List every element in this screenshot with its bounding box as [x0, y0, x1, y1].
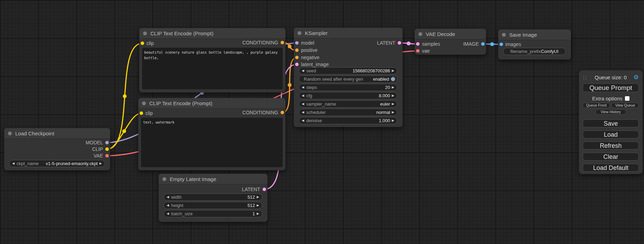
- node-title-bar[interactable]: Save Image: [498, 29, 571, 40]
- collapse-dot[interactable]: [162, 177, 166, 181]
- input-slot-latent_image[interactable]: latent_image: [295, 62, 329, 67]
- output-slot-latent[interactable]: LATENT: [377, 40, 401, 45]
- slot-dot[interactable]: [263, 188, 266, 191]
- slot-dot[interactable]: [281, 111, 284, 114]
- input-slot-clip[interactable]: clip: [140, 111, 153, 116]
- input-slot-positive[interactable]: positive: [295, 48, 317, 53]
- widget-value[interactable]: enabled: [373, 76, 389, 82]
- save-button[interactable]: Save: [583, 119, 639, 127]
- increment-arrow-icon[interactable]: ▶: [392, 102, 394, 106]
- decrement-arrow-icon[interactable]: ◀: [302, 102, 304, 106]
- widget-denoise[interactable]: ◀denoise1.000▶: [299, 117, 397, 124]
- output-slot-conditioning[interactable]: CONDITIONING: [242, 40, 284, 45]
- increment-arrow-icon[interactable]: ▶: [257, 196, 259, 199]
- input-slot-images[interactable]: images: [500, 42, 521, 47]
- node-title-bar[interactable]: KSampler: [294, 28, 403, 38]
- extra-options-checkbox[interactable]: [625, 96, 629, 101]
- decrement-arrow-icon[interactable]: ◀: [302, 119, 304, 122]
- input-slot-clip[interactable]: clip: [141, 41, 154, 46]
- slot-dot[interactable]: [398, 41, 401, 45]
- slot-dot[interactable]: [105, 141, 109, 144]
- widget-batch-size[interactable]: ◀batch_size1▶: [164, 210, 262, 217]
- widget-Random seed after every gen[interactable]: Random seed after every genenabled: [299, 75, 397, 83]
- increment-arrow-icon[interactable]: ▶: [257, 204, 259, 207]
- refresh-button[interactable]: Refresh: [583, 142, 639, 150]
- input-slot-samples[interactable]: samples: [416, 42, 440, 46]
- queue-prompt-button[interactable]: Queue Prompt: [583, 83, 639, 92]
- output-slot-clip[interactable]: CLIP: [92, 147, 109, 152]
- decrement-arrow-icon[interactable]: ◀: [302, 111, 304, 114]
- collapse-dot[interactable]: [298, 31, 301, 35]
- widget-cfg[interactable]: ◀cfg8.000▶: [299, 92, 397, 99]
- slot-dot[interactable]: [140, 111, 143, 115]
- node-load-checkpoint[interactable]: Load CheckpointMODELCLIPVAE◀ckpt_namev1-…: [4, 128, 110, 170]
- queue-front-button[interactable]: Queue Front: [583, 103, 610, 108]
- decrement-arrow-icon[interactable]: ◀: [167, 212, 169, 215]
- output-slot-image[interactable]: IMAGE: [463, 42, 485, 46]
- widget-value[interactable]: 156680208700286: [353, 68, 390, 73]
- decrement-arrow-icon[interactable]: ◀: [302, 86, 304, 89]
- node-clip-encode-positive[interactable]: CLIP Text Encode (Prompt)clipCONDITIONIN…: [139, 28, 285, 92]
- increment-arrow-icon[interactable]: ▶: [392, 69, 394, 72]
- input-slot-model[interactable]: model: [295, 40, 314, 45]
- collapse-dot[interactable]: [418, 32, 422, 36]
- node-vae-decode[interactable]: VAE DecodesamplesvaeIMAGE: [415, 29, 486, 55]
- slot-dot[interactable]: [500, 43, 503, 46]
- collapse-dot[interactable]: [502, 33, 506, 37]
- widget-value[interactable]: v1-5-pruned-emaonly.ckpt: [46, 161, 98, 166]
- slot-dot[interactable]: [105, 154, 109, 157]
- widget-filename-prefix[interactable]: filename_prefixComfyUI: [503, 48, 566, 55]
- clear-button[interactable]: Clear: [583, 153, 639, 161]
- widget-value[interactable]: 20: [385, 85, 390, 90]
- widget-value[interactable]: normal: [376, 110, 390, 115]
- toggle-knob-icon[interactable]: [391, 77, 395, 81]
- decrement-arrow-icon[interactable]: ◀: [167, 196, 169, 199]
- load-default-button[interactable]: Load Default: [583, 164, 639, 172]
- node-title-bar[interactable]: Load Checkpoint: [4, 128, 110, 138]
- output-slot-model[interactable]: MODEL: [86, 140, 109, 145]
- widget-height[interactable]: ◀height512▶: [164, 202, 262, 209]
- increment-arrow-icon[interactable]: ▶: [257, 212, 259, 215]
- node-ksampler[interactable]: KSamplermodelpositivenegativelatent_imag…: [294, 28, 403, 127]
- decrement-arrow-icon[interactable]: ◀: [302, 94, 304, 97]
- prompt-textarea[interactable]: beautiful scenery nature glass bottle la…: [142, 48, 283, 89]
- slot-dot[interactable]: [141, 42, 144, 45]
- prompt-textarea[interactable]: text, watermark: [141, 118, 283, 167]
- slot-dot[interactable]: [295, 56, 299, 59]
- widget-ckpt-name[interactable]: ◀ckpt_namev1-5-pruned-emaonly.ckpt▶: [9, 160, 105, 167]
- output-slot-latent[interactable]: LATENT: [242, 187, 266, 192]
- increment-arrow-icon[interactable]: ▶: [392, 86, 394, 89]
- widget-value[interactable]: ComfyUI: [541, 49, 558, 54]
- slot-dot[interactable]: [105, 147, 109, 151]
- gear-icon[interactable]: ⚙: [634, 74, 639, 80]
- decrement-arrow-icon[interactable]: ◀: [302, 69, 304, 72]
- widget-width[interactable]: ◀width512▶: [164, 193, 262, 201]
- increment-arrow-icon[interactable]: ▶: [392, 94, 394, 97]
- widget-value[interactable]: 1.000: [379, 118, 390, 123]
- decrement-arrow-icon[interactable]: ◀: [12, 162, 15, 165]
- node-title-bar[interactable]: CLIP Text Encode (Prompt): [138, 98, 285, 108]
- widget-value[interactable]: 512: [247, 195, 255, 200]
- collapse-dot[interactable]: [8, 132, 12, 135]
- increment-arrow-icon[interactable]: ▶: [392, 111, 394, 114]
- increment-arrow-icon[interactable]: ▶: [392, 119, 394, 122]
- load-button[interactable]: Load: [583, 130, 639, 138]
- widget-steps[interactable]: ◀steps20▶: [299, 84, 397, 91]
- node-title-bar[interactable]: Empty Latent Image: [159, 174, 267, 184]
- decrement-arrow-icon[interactable]: ◀: [167, 204, 169, 207]
- collapse-dot[interactable]: [143, 31, 147, 35]
- input-slot-negative[interactable]: negative: [295, 55, 319, 60]
- slot-dot[interactable]: [295, 48, 299, 52]
- collapse-dot[interactable]: [142, 101, 146, 105]
- widget-value[interactable]: 512: [247, 203, 255, 208]
- slot-dot[interactable]: [481, 42, 485, 46]
- input-slot-vae[interactable]: vae: [416, 48, 430, 53]
- node-clip-encode-negative[interactable]: CLIP Text Encode (Prompt)clipCONDITIONIN…: [138, 98, 285, 170]
- widget-scheduler[interactable]: ◀schedulernormal▶: [299, 109, 397, 116]
- widget-seed[interactable]: ◀seed156680208700286▶: [299, 67, 397, 74]
- widget-sampler-name[interactable]: ◀sampler_nameeuler▶: [299, 100, 397, 108]
- drag-handle-icon[interactable]: [583, 75, 586, 80]
- node-empty-latent[interactable]: Empty Latent ImageLATENT◀width512▶◀heigh…: [159, 174, 267, 222]
- output-slot-conditioning[interactable]: CONDITIONING: [242, 110, 284, 115]
- view-history-button[interactable]: View History: [596, 109, 626, 115]
